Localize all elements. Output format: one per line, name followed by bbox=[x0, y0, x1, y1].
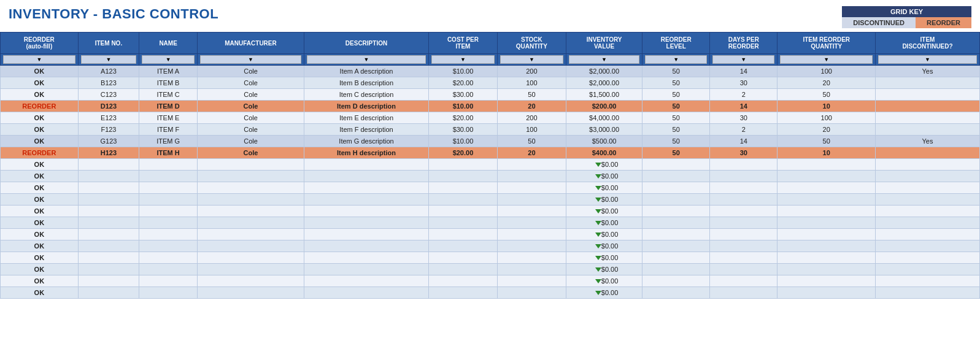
col-cost-per-item: COST PERITEM bbox=[428, 33, 497, 54]
filter-stock-quantity[interactable]: ▼ bbox=[500, 55, 563, 64]
table-row: OKB123ITEM BColeItem B description$20.00… bbox=[1, 77, 980, 89]
cell-description bbox=[304, 217, 429, 229]
cell-stockQuantity: 50 bbox=[497, 136, 566, 147]
cell-discontinued bbox=[876, 159, 980, 171]
cell-itemReorderQty: 10 bbox=[777, 147, 876, 159]
filter-reorder[interactable]: ▼ bbox=[3, 55, 75, 64]
cell-stockQuantity bbox=[497, 287, 566, 299]
cell-inventoryValue: $0.00 bbox=[566, 206, 642, 217]
table-row: OK$0.00 bbox=[1, 240, 980, 252]
cell-daysPerReorder bbox=[710, 182, 777, 194]
cell-reorderLevel: 50 bbox=[642, 147, 710, 159]
cell-stockQuantity bbox=[497, 194, 566, 206]
cell-manufacturer bbox=[197, 159, 304, 171]
cell-daysPerReorder: 30 bbox=[710, 112, 777, 124]
cell-reorderLevel: 50 bbox=[642, 136, 710, 147]
cell-costPerItem bbox=[428, 275, 497, 287]
triangle-icon bbox=[595, 244, 601, 248]
filter-cost-per-item[interactable]: ▼ bbox=[431, 55, 495, 64]
table-row: OK$0.00 bbox=[1, 194, 980, 206]
column-header-row: REORDER(auto-fill) ITEM NO. NAME MANUFAC… bbox=[1, 33, 980, 54]
table-row: OKC123ITEM CColeItem C description$30.00… bbox=[1, 89, 980, 101]
col-reorder: REORDER(auto-fill) bbox=[1, 33, 79, 54]
cell-reorderLevel bbox=[642, 206, 710, 217]
filter-manufacturer[interactable]: ▼ bbox=[200, 55, 301, 64]
cell-discontinued: Yes bbox=[876, 136, 980, 147]
cell-name bbox=[139, 240, 198, 252]
filter-item-reorder-qty[interactable]: ▼ bbox=[780, 55, 873, 64]
cell-inventoryValue: $1,500.00 bbox=[566, 89, 642, 101]
cell-costPerItem bbox=[428, 252, 497, 264]
cell-itemReorderQty bbox=[777, 252, 876, 264]
cell-inventoryValue: $0.00 bbox=[566, 264, 642, 275]
col-name: NAME bbox=[139, 33, 198, 54]
grid-key-title: GRID KEY bbox=[842, 6, 971, 17]
cell-manufacturer bbox=[197, 182, 304, 194]
cell-reorder: OK bbox=[1, 229, 79, 240]
table-body: OKA123ITEM AColeItem A description$10.00… bbox=[1, 66, 980, 299]
filter-description[interactable]: ▼ bbox=[307, 55, 426, 64]
cell-stockQuantity: 20 bbox=[497, 147, 566, 159]
grid-key-items: DISCONTINUED REORDER bbox=[842, 17, 971, 28]
filter-days-per-reorder[interactable]: ▼ bbox=[712, 55, 774, 64]
table-row: OK$0.00 bbox=[1, 287, 980, 299]
cell-costPerItem bbox=[428, 194, 497, 206]
cell-itemNo: F123 bbox=[78, 124, 139, 136]
cell-reorderLevel bbox=[642, 252, 710, 264]
cell-daysPerReorder bbox=[710, 287, 777, 299]
cell-discontinued bbox=[876, 194, 980, 206]
filter-reorder-level[interactable]: ▼ bbox=[645, 55, 707, 64]
cell-stockQuantity: 50 bbox=[497, 89, 566, 101]
cell-inventoryValue: $0.00 bbox=[566, 287, 642, 299]
triangle-icon bbox=[595, 279, 601, 283]
cell-description: Item D description bbox=[304, 101, 429, 112]
cell-itemReorderQty: 50 bbox=[777, 136, 876, 147]
cell-reorderLevel bbox=[642, 194, 710, 206]
cell-discontinued bbox=[876, 171, 980, 182]
cell-costPerItem bbox=[428, 217, 497, 229]
filter-name[interactable]: ▼ bbox=[142, 55, 195, 64]
cell-inventoryValue: $2,000.00 bbox=[566, 77, 642, 89]
cell-costPerItem bbox=[428, 159, 497, 171]
cell-discontinued bbox=[876, 112, 980, 124]
cell-manufacturer bbox=[197, 229, 304, 240]
filter-inventory-value[interactable]: ▼ bbox=[569, 55, 639, 64]
cell-stockQuantity bbox=[497, 229, 566, 240]
cell-reorder: OK bbox=[1, 66, 79, 77]
cell-reorderLevel bbox=[642, 264, 710, 275]
cell-itemNo: H123 bbox=[78, 147, 139, 159]
cell-inventoryValue: $0.00 bbox=[566, 275, 642, 287]
cell-inventoryValue: $0.00 bbox=[566, 252, 642, 264]
filter-discontinued[interactable]: ▼ bbox=[878, 55, 977, 64]
cell-costPerItem bbox=[428, 287, 497, 299]
cell-inventoryValue: $0.00 bbox=[566, 159, 642, 171]
table-row: OK$0.00 bbox=[1, 252, 980, 264]
cell-discontinued bbox=[876, 287, 980, 299]
table-row: OK$0.00 bbox=[1, 171, 980, 182]
cell-manufacturer bbox=[197, 252, 304, 264]
cell-reorderLevel bbox=[642, 159, 710, 171]
cell-itemNo: D123 bbox=[78, 101, 139, 112]
cell-reorder: OK bbox=[1, 206, 79, 217]
triangle-icon bbox=[595, 163, 601, 167]
cell-costPerItem: $20.00 bbox=[428, 147, 497, 159]
cell-itemNo bbox=[78, 287, 139, 299]
cell-inventoryValue: $200.00 bbox=[566, 101, 642, 112]
cell-itemNo bbox=[78, 264, 139, 275]
cell-itemReorderQty bbox=[777, 182, 876, 194]
cell-daysPerReorder: 30 bbox=[710, 77, 777, 89]
cell-reorder: OK bbox=[1, 275, 79, 287]
cell-inventoryValue: $3,000.00 bbox=[566, 124, 642, 136]
cell-manufacturer: Cole bbox=[197, 77, 304, 89]
cell-name bbox=[139, 275, 198, 287]
table-row: REORDERD123ITEM DColeItem D description$… bbox=[1, 101, 980, 112]
cell-name: ITEM C bbox=[139, 89, 198, 101]
cell-description: Item C description bbox=[304, 89, 429, 101]
filter-item-no[interactable]: ▼ bbox=[81, 55, 137, 64]
cell-inventoryValue: $0.00 bbox=[566, 217, 642, 229]
cell-itemNo bbox=[78, 240, 139, 252]
table-row: OKF123ITEM FColeItem F description$30.00… bbox=[1, 124, 980, 136]
cell-manufacturer bbox=[197, 240, 304, 252]
cell-description: Item E description bbox=[304, 112, 429, 124]
cell-daysPerReorder bbox=[710, 275, 777, 287]
